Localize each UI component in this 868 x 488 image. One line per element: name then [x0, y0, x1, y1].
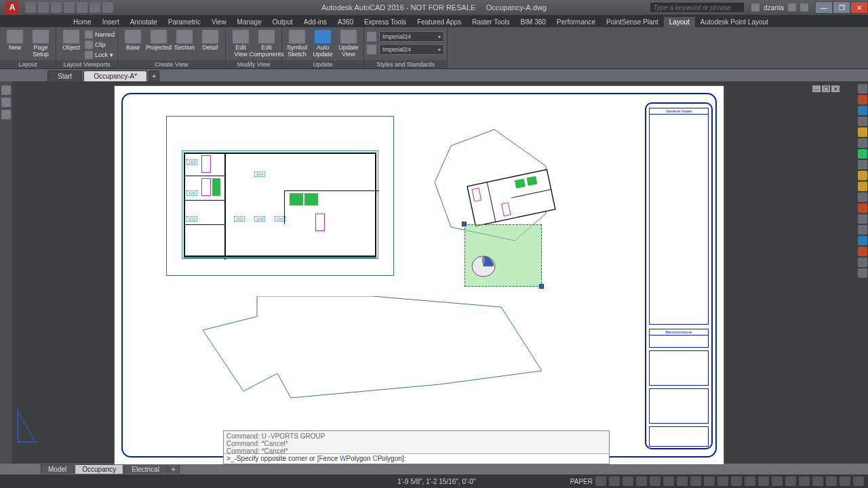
nav-tool-icon[interactable] [858, 236, 867, 245]
status-ortho-icon[interactable] [623, 476, 633, 486]
viewport-object-button[interactable]: Object [59, 28, 83, 51]
qat-save-icon[interactable] [51, 2, 62, 13]
symbol-sketch-button[interactable]: Symbol Sketch [285, 28, 309, 58]
nav-tool-icon[interactable] [858, 203, 867, 213]
doc-close-button[interactable]: ✕ [831, 85, 840, 92]
qat-redo-icon[interactable] [102, 2, 113, 13]
ribbon-tab-bim360[interactable]: BIM 360 [515, 17, 551, 27]
viewport-lock-button[interactable]: Lock ▾ [85, 50, 115, 60]
left-tool-2-icon[interactable] [1, 98, 11, 107]
file-tab-occupancy[interactable]: Occupancy-A* [83, 70, 147, 81]
layout-tab-electrical[interactable]: Electrical [124, 464, 167, 474]
app-logo-icon[interactable]: A [5, 1, 19, 14]
file-tab-new-button[interactable]: + [149, 70, 159, 81]
new-layout-button[interactable]: New [3, 28, 27, 51]
base-view-button[interactable]: Base [121, 28, 145, 51]
nav-tool-icon[interactable] [858, 117, 867, 126]
user-name[interactable]: dzanta [764, 4, 784, 12]
left-tool-3-icon[interactable] [1, 110, 11, 119]
nav-tool-icon[interactable] [858, 192, 867, 202]
page-setup-button[interactable]: Page Setup [28, 28, 53, 58]
status-polar-icon[interactable] [636, 476, 647, 486]
status-annoscale-icon[interactable] [717, 476, 728, 486]
nav-tool-icon[interactable] [858, 182, 867, 191]
status-space[interactable]: PAPER [570, 478, 593, 485]
command-prompt[interactable]: >_-Specify opposite corner or [Fence WPo… [224, 453, 609, 464]
ribbon-tab-raster[interactable]: Raster Tools [467, 17, 515, 27]
ribbon-tab-view[interactable]: View [206, 17, 232, 27]
nav-tool-icon[interactable] [858, 138, 867, 148]
ribbon-tab-manage[interactable]: Manage [232, 17, 267, 27]
detail-view-button[interactable]: Detail [198, 28, 222, 51]
status-cycling-icon[interactable] [704, 476, 715, 486]
viewport-polygonal-2[interactable] [203, 296, 542, 405]
selection-grip[interactable] [539, 284, 544, 289]
doc-minimize-button[interactable]: — [812, 85, 821, 92]
status-lweight-icon[interactable] [677, 476, 688, 486]
status-units-icon[interactable] [772, 476, 783, 486]
qat-saveas-icon[interactable] [64, 2, 75, 13]
viewport-named-button[interactable]: Named [85, 30, 115, 39]
section-view-button[interactable]: Section [172, 28, 197, 51]
status-annovis-icon[interactable] [731, 476, 742, 486]
ribbon-tab-performance[interactable]: Performance [551, 17, 601, 27]
layout-tab-model[interactable]: Model [41, 464, 74, 474]
left-tool-1-icon[interactable] [1, 85, 11, 95]
nav-tool-icon[interactable] [858, 127, 867, 137]
nav-tool-icon[interactable] [858, 95, 867, 104]
nav-tool-icon[interactable] [858, 160, 867, 169]
nav-tool-icon[interactable] [858, 106, 867, 115]
status-transparency-icon[interactable] [690, 476, 701, 486]
ribbon-tab-insert[interactable]: Insert [97, 17, 125, 27]
ribbon-tab-parametric[interactable]: Parametric [163, 17, 206, 27]
projected-view-button[interactable]: Projected [146, 28, 171, 51]
nav-tool-icon[interactable] [858, 149, 867, 159]
status-hardware-icon[interactable] [826, 476, 837, 486]
status-lock-ui-icon[interactable] [799, 476, 810, 486]
status-annomon-icon[interactable] [758, 476, 769, 486]
status-grid-icon[interactable] [595, 476, 606, 486]
nav-tool-icon[interactable] [858, 258, 867, 267]
signin-icon[interactable] [751, 3, 760, 12]
viewport-rectangular[interactable]: 103 104 106 101 102 103 104 [166, 116, 394, 276]
window-close-button[interactable]: ✕ [850, 1, 868, 14]
doc-restore-button[interactable]: ❐ [822, 85, 830, 92]
section-style-combo[interactable]: Imperial24 [379, 31, 444, 42]
nav-tool-icon[interactable] [858, 84, 867, 94]
status-osnap-icon[interactable] [650, 476, 660, 486]
nav-tool-icon[interactable] [858, 268, 867, 278]
ribbon-tab-addins[interactable]: Add-ins [298, 17, 332, 27]
ribbon-tab-home[interactable]: Home [68, 17, 97, 27]
nav-tool-icon[interactable] [858, 171, 867, 180]
ribbon-tab-output[interactable]: Output [267, 17, 298, 27]
selection-grip[interactable] [462, 222, 467, 226]
qat-open-icon[interactable] [38, 2, 49, 13]
ribbon-tab-a360[interactable]: A360 [332, 17, 359, 27]
ribbon-tab-pointsense[interactable]: PointSense Plant [601, 17, 664, 27]
status-quickprops-icon[interactable] [785, 476, 796, 486]
nav-tool-icon[interactable] [858, 214, 867, 224]
window-maximize-button[interactable]: ❐ [833, 1, 850, 14]
canvas-area[interactable]: — ❐ ✕ [12, 81, 856, 464]
qat-new-icon[interactable] [25, 2, 36, 13]
auto-update-button[interactable]: Auto Update [311, 28, 335, 58]
ribbon-tab-layout[interactable]: Layout [664, 17, 695, 27]
status-otrack-icon[interactable] [663, 476, 674, 486]
status-cleanscreen-icon[interactable] [840, 476, 850, 486]
command-line[interactable]: Command: U -VPORTS GROUP Command: *Cance… [223, 430, 610, 464]
update-view-button[interactable]: Update View [336, 28, 361, 58]
ribbon-tab-annotate[interactable]: Annotate [125, 17, 163, 27]
status-workspace-icon[interactable] [745, 476, 755, 486]
viewport-clip-button[interactable]: Clip [85, 40, 115, 49]
detail-style-combo[interactable]: Imperial24 [379, 44, 444, 55]
status-customize-icon[interactable] [853, 476, 864, 486]
help-icon[interactable] [800, 3, 808, 12]
file-tab-start[interactable]: Start [47, 70, 82, 81]
ribbon-tab-pointlayout[interactable]: Autodesk Point Layout [695, 17, 774, 27]
edit-components-button[interactable]: Edit Components [254, 28, 279, 58]
nav-tool-icon[interactable] [858, 247, 867, 256]
ribbon-tab-express[interactable]: Express Tools [359, 17, 412, 27]
status-snap-icon[interactable] [609, 476, 620, 486]
status-isolate-icon[interactable] [812, 476, 823, 486]
layout-tab-occupancy[interactable]: Occupancy [75, 464, 123, 474]
